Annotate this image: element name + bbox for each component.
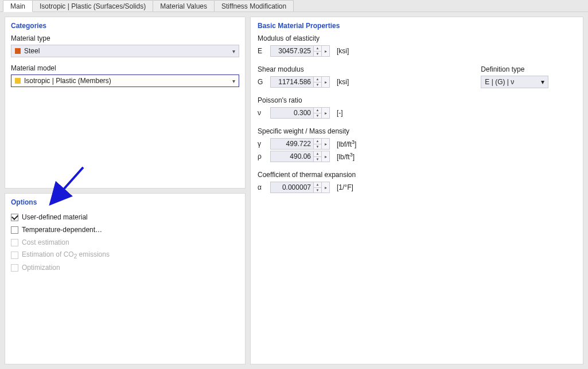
tab-bar: Main Isotropic | Plastic (Surfaces/Solid… [0,0,588,12]
value-E[interactable] [270,45,314,57]
symbol-gamma: γ [258,140,266,148]
flyout-rho[interactable]: ▸ [322,151,330,162]
gamma-row: γ ▲▼ ▸ [lbf/ft3] [258,138,576,150]
block-shear: Shear modulus G ▲▼ ▸ [ksi] Defini [258,65,576,88]
option-temperature-dependent[interactable]: Temperature-dependent… [11,223,239,236]
unit-alpha: [1/°F] [337,183,353,191]
categories-panel: Categories Material type Steel ▾ Materia… [5,17,246,189]
poisson-label: Poisson's ratio [258,96,576,104]
right-column: Basic Material Properties Modulus of ela… [250,17,583,364]
input-gamma[interactable]: ▲▼ ▸ [270,138,330,150]
option-label: Temperature-dependent… [22,226,102,234]
symbol-alpha: α [258,183,266,191]
spinner-alpha[interactable]: ▲▼ [314,182,322,193]
value-alpha[interactable] [270,182,314,193]
value-gamma[interactable] [270,138,314,150]
shear-row: G ▲▼ ▸ [ksi] [258,76,349,88]
material-type-swatch [15,48,21,54]
material-model-label: Material model [11,64,239,72]
value-nu[interactable] [270,107,314,119]
flyout-gamma[interactable]: ▸ [322,138,330,150]
modulus-row: E ▲▼ ▸ [ksi] [258,45,576,57]
rho-row: ρ ▲▼ ▸ [lb/ft3] [258,150,576,163]
chevron-down-icon: ▾ [541,78,544,86]
value-rho[interactable] [270,151,314,162]
panel-title-categories: Categories [11,22,239,30]
panel-title-properties: Basic Material Properties [258,22,576,30]
option-label: Cost estimation [22,238,69,246]
option-optimization: Optimization [11,261,239,274]
symbol-nu: ν [258,109,266,117]
panel-title-options: Options [11,198,239,206]
checkbox-temperature-dependent[interactable] [11,226,18,234]
option-user-defined[interactable]: User-defined material [11,211,239,223]
material-type-select[interactable]: Steel ▾ [11,45,239,57]
checkbox-cost-estimation [11,239,18,246]
value-G[interactable] [270,76,314,88]
symbol-G: G [258,78,266,86]
material-model-select[interactable]: Isotropic | Plastic (Members) ▾ [11,74,239,87]
input-nu[interactable]: ▲▼ ▸ [270,107,330,119]
unit-rho: [lb/ft3] [337,152,355,161]
input-G[interactable]: ▲▼ ▸ [270,76,330,88]
flyout-G[interactable]: ▸ [322,76,330,88]
properties-panel: Basic Material Properties Modulus of ela… [250,17,583,364]
tab-main[interactable]: Main [3,0,33,12]
block-poisson: Poisson's ratio ν ▲▼ ▸ [-] [258,96,576,119]
definition-type-select[interactable]: E | (G) | ν ▾ [481,76,548,88]
tab-isotropic-plastic[interactable]: Isotropic | Plastic (Surfaces/Solids) [32,0,153,11]
shear-label: Shear modulus [258,65,349,73]
unit-G: [ksi] [337,78,349,86]
checkbox-user-defined[interactable] [11,214,18,221]
material-type-value: Steel [24,47,232,55]
spinner-rho[interactable]: ▲▼ [314,151,322,162]
tab-stiffness-modification[interactable]: Stiffness Modification [214,0,294,11]
main-content: Categories Material type Steel ▾ Materia… [0,12,588,369]
material-model-value: Isotropic | Plastic (Members) [24,77,232,85]
block-modulus: Modulus of elasticity E ▲▼ ▸ [ksi] [258,34,576,57]
symbol-rho: ρ [258,152,266,160]
unit-E: [ksi] [337,47,349,55]
spinner-E[interactable]: ▲▼ [314,45,322,57]
definition-type-value: E | (G) | ν [485,78,514,86]
poisson-row: ν ▲▼ ▸ [-] [258,107,576,119]
block-density: Specific weight / Mass density γ ▲▼ ▸ [l… [258,127,576,163]
chevron-down-icon: ▾ [232,78,235,84]
definition-type-label: Definition type [481,65,548,73]
option-cost-estimation: Cost estimation [11,236,239,249]
spinner-nu[interactable]: ▲▼ [314,107,322,119]
unit-gamma: [lbf/ft3] [337,139,356,148]
chevron-down-icon: ▾ [232,48,235,54]
option-label: Estimation of CO2 emissions [22,250,110,260]
input-E[interactable]: ▲▼ ▸ [270,45,330,57]
modulus-label: Modulus of elasticity [258,34,576,42]
spinner-gamma[interactable]: ▲▼ [314,138,322,150]
unit-nu: [-] [337,109,343,117]
material-model-swatch [15,78,21,84]
cte-label: Coefficient of thermal expansion [258,171,576,179]
options-panel: Options User-defined material Temperatur… [5,193,246,364]
density-label: Specific weight / Mass density [258,127,576,135]
material-type-label: Material type [11,34,239,42]
alpha-row: α ▲▼ ▸ [1/°F] [258,181,576,194]
input-alpha[interactable]: ▲▼ ▸ [270,182,330,193]
flyout-E[interactable]: ▸ [322,45,330,57]
option-label: Optimization [22,264,60,272]
block-cte: Coefficient of thermal expansion α ▲▼ ▸ … [258,171,576,194]
checkbox-co2-emissions [11,252,18,259]
tab-material-values[interactable]: Material Values [153,0,215,11]
input-rho[interactable]: ▲▼ ▸ [270,151,330,162]
flyout-nu[interactable]: ▸ [322,107,330,119]
checkbox-optimization [11,264,18,272]
flyout-alpha[interactable]: ▸ [322,182,330,193]
option-label: User-defined material [22,213,88,221]
left-column: Categories Material type Steel ▾ Materia… [5,17,246,364]
symbol-E: E [258,47,266,55]
spinner-G[interactable]: ▲▼ [314,76,322,88]
option-co2-emissions: Estimation of CO2 emissions [11,249,239,261]
